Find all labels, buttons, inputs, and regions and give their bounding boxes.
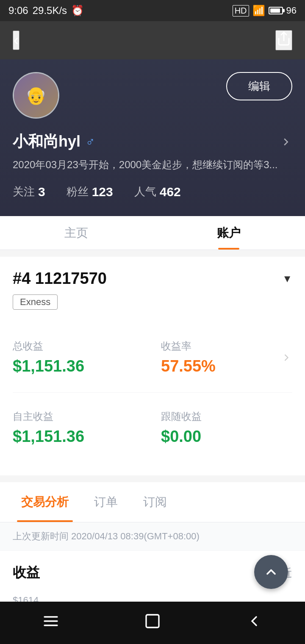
earnings-row: 总收益 $1,151.36 收益率 57.55% <box>13 322 292 393</box>
analysis-tabs: 交易分析 订单 订阅 <box>0 482 305 522</box>
earnings-header: 收益 近 <box>13 564 292 582</box>
avatar-placeholder: 👴 <box>14 73 58 117</box>
main-tabs: 主页 账户 <box>0 216 305 250</box>
following-stat: 关注 3 <box>13 184 45 199</box>
app-header: ‹ <box>0 21 305 59</box>
speed-display: 29.5K/s <box>33 5 67 17</box>
account-header: #4 11217570 ▼ <box>13 269 292 288</box>
status-right: HD 📶 96 <box>233 5 297 17</box>
back-nav-icon <box>246 613 263 630</box>
profile-hero: 👴 编辑 小和尚hyl ♂ 2020年03月23号开始，2000美金起步，想继续… <box>0 59 305 216</box>
chevron-up-icon <box>263 564 279 580</box>
self-earnings-cell: 自主收益 $1,151.36 <box>13 401 152 454</box>
svg-rect-4 <box>146 615 159 627</box>
time-display: 9:06 <box>8 5 28 17</box>
tab-orders[interactable]: 订单 <box>81 482 130 522</box>
alarm-icon: ⏰ <box>71 5 84 17</box>
nav-back-button[interactable] <box>229 608 280 638</box>
profile-top: 👴 编辑 <box>13 72 292 119</box>
battery-percent: 96 <box>286 5 297 16</box>
gender-icon: ♂ <box>86 135 95 149</box>
row-chevron-icon <box>280 352 292 364</box>
earnings-rate-cell: 收益率 57.55% <box>152 331 292 384</box>
account-number: #4 11217570 <box>13 269 107 288</box>
avatar: 👴 <box>13 72 59 119</box>
profile-stats: 关注 3 粉丝 123 人气 462 <box>13 184 292 199</box>
account-card: #4 11217570 ▼ Exness 总收益 $1,151.36 收益率 5… <box>0 257 305 475</box>
account-dropdown-icon[interactable]: ▼ <box>282 273 292 285</box>
back-button[interactable]: ‹ <box>13 31 19 50</box>
update-time: 上次更新时间 2020/04/13 08:39(GMT+08:00) <box>0 522 305 551</box>
follow-earnings-cell: 跟随收益 $0.00 <box>152 401 292 454</box>
menu-icon <box>42 613 59 630</box>
earnings-title: 收益 <box>13 564 40 582</box>
self-follow-earnings-row: 自主收益 $1,151.36 跟随收益 $0.00 <box>13 393 292 463</box>
status-bar: 9:06 29.5K/s ⏰ HD 📶 96 <box>0 0 305 21</box>
popularity-stat: 人气 462 <box>134 184 181 199</box>
edit-profile-button[interactable]: 编辑 <box>226 72 292 100</box>
tab-homepage[interactable]: 主页 <box>0 216 152 250</box>
profile-description: 2020年03月23号开始，2000美金起步，想继续订阅的等3... <box>13 157 292 172</box>
total-earnings-cell: 总收益 $1,151.36 <box>13 331 152 384</box>
profile-chevron-icon <box>280 136 292 148</box>
broker-badge: Exness <box>13 294 58 310</box>
nav-menu-button[interactable] <box>25 608 76 638</box>
tab-account[interactable]: 账户 <box>152 216 305 250</box>
followers-stat: 粉丝 123 <box>67 184 113 199</box>
share-button[interactable] <box>275 30 292 50</box>
tab-analysis[interactable]: 交易分析 <box>8 482 81 522</box>
scroll-to-top-button[interactable] <box>254 555 288 589</box>
profile-name: 小和尚hyl ♂ <box>13 131 292 152</box>
hd-icon: HD <box>233 5 249 17</box>
bottom-navigation <box>0 602 305 644</box>
signal-icon: 📶 <box>252 5 265 17</box>
tab-subscriptions[interactable]: 订阅 <box>130 482 180 522</box>
battery-icon <box>269 7 283 14</box>
nav-home-button[interactable] <box>127 608 178 638</box>
status-left: 9:06 29.5K/s ⏰ <box>8 5 84 17</box>
square-icon <box>144 613 161 630</box>
